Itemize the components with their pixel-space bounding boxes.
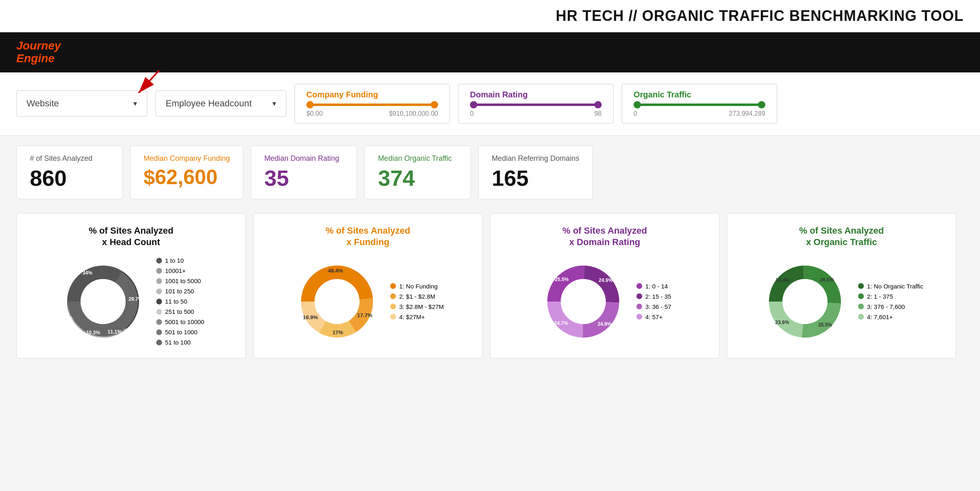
organic-slider-right[interactable] — [758, 101, 765, 108]
median-domain-rating-card: Median Domain Rating 35 — [251, 146, 357, 199]
stats-row: # of Sites Analyzed 860 Median Company F… — [0, 136, 980, 209]
svg-text:24.4%: 24.4% — [775, 277, 789, 283]
svg-text:26.5%: 26.5% — [820, 277, 834, 283]
organic-min: 0 — [634, 110, 637, 117]
svg-text:25.5%: 25.5% — [555, 277, 569, 282]
headcount-legend-1001to5000: 1001 to 5000 — [156, 277, 205, 284]
headcount-legend-51to100: 51 to 100 — [156, 339, 205, 346]
median-domain-rating-value: 35 — [264, 165, 344, 191]
funding-chart-card: % of Sites Analyzedx Funding — [253, 213, 483, 358]
domain-rating-filter[interactable]: Domain Rating 0 98 — [458, 84, 614, 124]
headcount-legend-251to500: 251 to 500 — [156, 308, 205, 315]
headcount-chart-title: % of Sites Analyzedx Head Count — [89, 225, 173, 248]
svg-line-1 — [139, 70, 159, 93]
company-funding-filter[interactable]: Company Funding $0.00 $910,100,000.00 — [294, 84, 450, 124]
funding-legend: 1: No Funding 2: $1 - $2.8M 3: $2.8M - $… — [390, 283, 444, 320]
svg-text:10.3%: 10.3% — [86, 329, 100, 335]
median-funding-value: $62,600 — [144, 165, 230, 189]
funding-chart-content: 48.4%17.7%17%16.9% 1: No Funding 2: $1 -… — [263, 257, 472, 347]
svg-text:25.5%: 25.5% — [818, 322, 832, 328]
median-domain-rating-label: Median Domain Rating — [264, 154, 344, 163]
headcount-legend-10001: 10001+ — [156, 267, 205, 274]
funding-min: $0.00 — [306, 110, 323, 117]
svg-text:48.4%: 48.4% — [328, 268, 343, 274]
headcount-chart-content: 34%29.7%11.1%10.3% 1 to 10 10001+ 1001 t… — [27, 257, 236, 347]
headcount-filter-label: Employee Headcount — [166, 98, 267, 109]
median-referring-domains-label: Median Referring Domains — [492, 154, 579, 163]
charts-row: % of Sites Analyzedx Head Count — [0, 209, 980, 371]
funding-slider-left[interactable] — [306, 101, 314, 108]
svg-text:29.7%: 29.7% — [128, 296, 142, 302]
organic-max: 273,994,289 — [729, 110, 765, 117]
median-referring-domains-value: 165 — [492, 165, 579, 191]
organic-slider-left[interactable] — [634, 101, 641, 108]
headcount-filter[interactable]: Employee Headcount ▾ — [155, 90, 286, 117]
headcount-legend-101to250: 101 to 250 — [156, 288, 205, 295]
svg-text:17.7%: 17.7% — [357, 312, 372, 318]
page-title-bar: HR TECH // ORGANIC TRAFFIC BENCHMARKING … — [0, 0, 980, 32]
headcount-chart-card: % of Sites Analyzedx Head Count — [16, 213, 246, 358]
company-funding-title: Company Funding — [306, 90, 438, 99]
organic-traffic-title: Organic Traffic — [634, 90, 765, 99]
svg-point-17 — [315, 279, 360, 324]
headcount-donut: 34%29.7%11.1%10.3% — [58, 257, 148, 347]
headcount-legend-1to10: 1 to 10 — [156, 257, 205, 264]
svg-point-9 — [81, 279, 126, 324]
organic-traffic-filter[interactable]: Organic Traffic 0 273,994,289 — [622, 84, 777, 124]
domain-rating-chart-title: % of Sites Analyzedx Domain Rating — [562, 225, 647, 248]
organic-traffic-legend: 1: No Organic Traffic 2: 1 - 375 3: 376 … — [858, 283, 923, 320]
logo: JourneyEngine — [16, 40, 61, 65]
svg-text:17%: 17% — [333, 329, 343, 336]
funding-donut: 48.4%17.7%17%16.9% — [292, 257, 382, 347]
sites-analyzed-label: # of Sites Analyzed — [30, 154, 109, 163]
svg-point-23 — [561, 279, 606, 324]
funding-slider-right[interactable] — [431, 101, 438, 108]
domain-max: 98 — [594, 110, 602, 117]
svg-text:34%: 34% — [82, 270, 92, 276]
domain-slider-right[interactable] — [594, 101, 602, 108]
domain-rating-chart-content: 25.5%24.9%24.9%24.7% 1: 0 - 14 2: 15 - 3… — [500, 257, 709, 347]
funding-max: $910,100,000.00 — [389, 110, 438, 117]
svg-text:24.9%: 24.9% — [599, 277, 613, 283]
median-funding-card: Median Company Funding $62,600 — [130, 146, 243, 199]
svg-text:24.7%: 24.7% — [554, 320, 568, 326]
funding-chart-title: % of Sites Analyzedx Funding — [326, 225, 410, 248]
svg-point-29 — [782, 279, 827, 324]
organic-traffic-chart-content: 24.4%26.5%25.5%23.6% 1: No Organic Traff… — [737, 257, 946, 347]
domain-rating-chart-card: % of Sites Analyzedx Domain Rating 25.5%… — [490, 213, 719, 358]
page-title: HR TECH // ORGANIC TRAFFIC BENCHMARKING … — [16, 7, 964, 25]
median-organic-traffic-card: Median Organic Traffic 374 — [364, 146, 471, 199]
sites-analyzed-card: # of Sites Analyzed 860 — [16, 146, 123, 199]
website-filter[interactable]: Website ▾ — [16, 90, 147, 117]
website-filter-label: Website — [27, 98, 128, 109]
median-referring-domains-card: Median Referring Domains 165 — [478, 146, 593, 199]
median-organic-traffic-label: Median Organic Traffic — [378, 154, 457, 163]
headcount-legend-5001to10000: 5001 to 10000 — [156, 318, 205, 325]
nav-bar: JourneyEngine — [0, 32, 980, 72]
organic-traffic-chart-title: % of Sites Analyzedx Organic Traffic — [799, 225, 884, 248]
median-funding-label: Median Company Funding — [144, 154, 230, 163]
domain-rating-legend: 1: 0 - 14 2: 15 - 35 3: 36 - 57 4: 57+ — [636, 283, 671, 320]
svg-text:11.1%: 11.1% — [108, 329, 121, 335]
headcount-legend-11to50: 11 to 50 — [156, 298, 205, 305]
svg-text:24.9%: 24.9% — [598, 321, 611, 327]
headcount-legend-501to1000: 501 to 1000 — [156, 329, 205, 336]
domain-slider-left[interactable] — [470, 101, 477, 108]
website-dropdown-arrow[interactable]: ▾ — [133, 99, 137, 108]
domain-rating-donut: 25.5%24.9%24.9%24.7% — [538, 257, 628, 347]
domain-rating-title: Domain Rating — [470, 90, 602, 99]
organic-traffic-donut: 24.4%26.5%25.5%23.6% — [760, 257, 850, 347]
headcount-dropdown-arrow[interactable]: ▾ — [272, 99, 276, 108]
svg-text:16.9%: 16.9% — [303, 314, 318, 320]
filters-row: Website ▾ Employee Headcount ▾ Company F… — [0, 72, 980, 136]
headcount-legend: 1 to 10 10001+ 1001 to 5000 101 to 250 1… — [156, 257, 205, 346]
median-organic-traffic-value: 374 — [378, 165, 457, 191]
svg-text:23.6%: 23.6% — [775, 320, 789, 325]
domain-min: 0 — [470, 110, 474, 117]
sites-analyzed-value: 860 — [30, 165, 109, 191]
organic-traffic-chart-card: % of Sites Analyzedx Organic Traffic 24.… — [727, 213, 956, 358]
